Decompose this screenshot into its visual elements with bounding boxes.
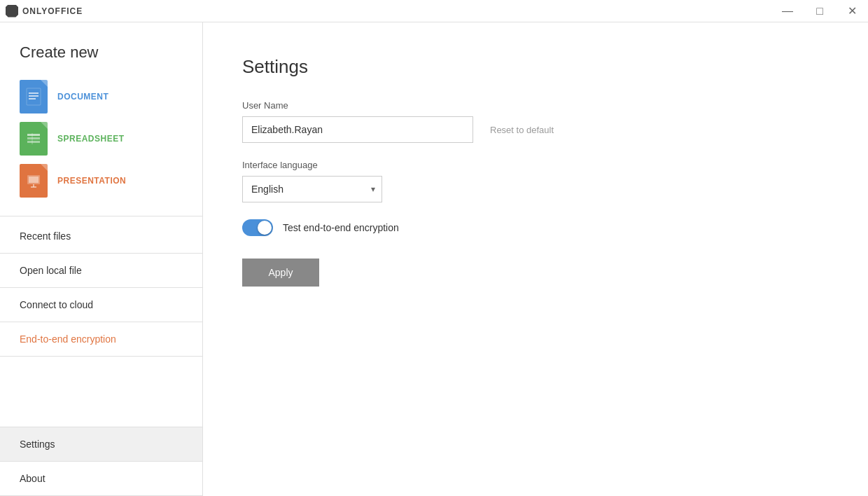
close-button[interactable]: ✕ xyxy=(836,0,868,22)
document-label: DOCUMENT xyxy=(57,92,108,102)
svg-rect-9 xyxy=(29,177,38,183)
maximize-button[interactable]: □ xyxy=(804,0,836,22)
main-content: Settings User Name Reset to default Inte… xyxy=(203,22,868,496)
sidebar-create-section: Create new DOCUMENT xyxy=(0,22,202,213)
encryption-toggle-label: Test end-to-end encryption xyxy=(283,222,399,233)
spreadsheet-label: SPREADSHEET xyxy=(57,134,125,144)
svg-rect-4 xyxy=(27,134,40,136)
create-spreadsheet-item[interactable]: SPREADSHEET xyxy=(20,118,183,160)
interface-language-group: Interface language English French German… xyxy=(242,160,829,202)
language-select[interactable]: English French German Spanish Russian xyxy=(242,176,382,202)
presentation-icon xyxy=(20,164,48,198)
presentation-label: PRESENTATION xyxy=(57,176,126,186)
language-select-wrapper: English French German Spanish Russian ▾ xyxy=(242,176,382,202)
sidebar-bottom: Settings About xyxy=(0,427,202,496)
svg-rect-0 xyxy=(27,88,41,105)
apply-button[interactable]: Apply xyxy=(242,259,319,287)
sidebar-item-e2e-encryption[interactable]: End-to-end encryption xyxy=(0,322,202,357)
interface-language-label: Interface language xyxy=(242,160,829,170)
sidebar-divider-1 xyxy=(0,216,202,216)
sidebar-item-connect-cloud[interactable]: Connect to cloud xyxy=(0,288,202,322)
sidebar-item-settings[interactable]: Settings xyxy=(0,427,202,462)
sidebar-item-about[interactable]: About xyxy=(0,462,202,496)
sidebar-item-recent[interactable]: Recent files xyxy=(0,219,202,254)
encryption-toggle[interactable] xyxy=(242,219,273,236)
sidebar-spacer xyxy=(0,357,202,427)
user-name-row: Reset to default xyxy=(242,116,829,143)
user-name-group: User Name Reset to default xyxy=(242,100,829,143)
sidebar: Create new DOCUMENT xyxy=(0,22,203,496)
reset-to-default-link[interactable]: Reset to default xyxy=(490,125,554,135)
sidebar-item-open-local[interactable]: Open local file xyxy=(0,254,202,288)
spreadsheet-icon xyxy=(20,122,48,156)
user-name-label: User Name xyxy=(242,100,829,111)
document-icon xyxy=(20,80,48,113)
toggle-knob xyxy=(258,221,272,235)
sheet-svg xyxy=(26,130,41,148)
app-name: ONLYOFFICE xyxy=(22,6,83,16)
page-title: Settings xyxy=(242,56,829,78)
logo-icon xyxy=(6,5,18,18)
create-new-title: Create new xyxy=(20,43,183,62)
app-body: Create new DOCUMENT xyxy=(0,22,868,496)
encryption-toggle-row: Test end-to-end encryption xyxy=(242,219,829,236)
titlebar-controls: — □ ✕ xyxy=(771,0,868,22)
create-document-item[interactable]: DOCUMENT xyxy=(20,76,183,118)
titlebar: ONLYOFFICE — □ ✕ xyxy=(0,0,868,22)
doc-svg xyxy=(26,88,41,106)
pres-svg xyxy=(26,172,41,190)
svg-rect-6 xyxy=(27,141,40,143)
app-logo: ONLYOFFICE xyxy=(6,5,83,18)
user-name-input[interactable] xyxy=(242,116,473,143)
titlebar-left: ONLYOFFICE xyxy=(6,5,83,18)
minimize-button[interactable]: — xyxy=(771,0,804,22)
svg-rect-5 xyxy=(27,137,40,139)
create-presentation-item[interactable]: PRESENTATION xyxy=(20,160,183,202)
